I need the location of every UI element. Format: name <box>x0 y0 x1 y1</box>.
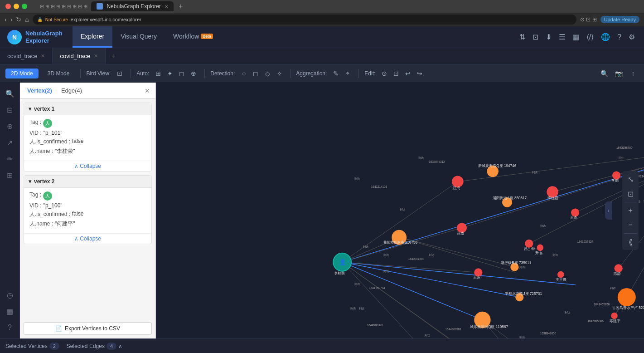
new-tab-button[interactable]: + <box>175 1 186 12</box>
bird-view-icons: ⊡ <box>114 68 125 79</box>
sidebar-icon-help[interactable]: ? <box>3 320 17 335</box>
sidebar-icon-share[interactable]: ↗ <box>3 135 17 150</box>
auto-icon-3[interactable]: ◻ <box>176 68 187 79</box>
person-node[interactable] <box>557 271 564 278</box>
screenshot-btn[interactable]: 📷 <box>613 68 624 79</box>
edge-label: 到访 <box>363 245 368 248</box>
globe-icon[interactable]: 🌐 <box>601 33 610 41</box>
graph-tab-1[interactable]: covid_trace ✕ <box>0 48 53 64</box>
reload-button[interactable]: ↻ <box>16 16 21 23</box>
vertex-2-header[interactable]: ▾ vertex 2 <box>24 176 151 188</box>
home-button[interactable]: ⌂ <box>25 16 29 23</box>
vertex-1-collapse-btn[interactable]: ∧ Collapse <box>24 161 151 171</box>
visit-label: 到访 <box>354 177 360 180</box>
browser-tab-close-btn[interactable]: ✕ <box>165 4 168 9</box>
nav-item-workflow[interactable]: Workflow Beta <box>165 26 221 48</box>
edge-line <box>342 262 519 297</box>
graph-canvas[interactable]: 到访 到访 到访 到访 到访 到访 新城夏无假Q座 194746 浦阳街道A座 … <box>156 83 644 338</box>
detection-label: Detection: <box>210 70 235 77</box>
person-label: 李红霞 <box>547 196 558 200</box>
expand-icon[interactable]: ⤡ <box>624 173 637 186</box>
visit-label: 到访 <box>383 253 389 256</box>
address-bar[interactable]: 🔒 Not Secure explorer.vesoft-inc.com/exp… <box>33 15 576 25</box>
code-icon[interactable]: ⟨/⟩ <box>586 33 594 41</box>
settings-icon[interactable]: ⚙ <box>629 33 635 41</box>
nav-item-visual-query[interactable]: Visual Query <box>112 26 165 48</box>
visit-label: 到访 <box>519 336 525 338</box>
share-icon[interactable]: ⇅ <box>519 33 525 41</box>
auto-icon-1[interactable]: ⊞ <box>153 68 164 79</box>
auto-icon-2[interactable]: ✦ <box>165 68 175 79</box>
sidebar-icon-graph[interactable]: ⊕ <box>3 119 17 133</box>
graph-tab-2-label: covid_trace <box>60 53 90 59</box>
detection-icon-2[interactable]: ◻ <box>250 68 261 79</box>
person-node[interactable] <box>537 245 544 251</box>
minimize-traffic-light[interactable] <box>14 4 19 9</box>
vertex-1-confirmed-value: false <box>72 138 83 146</box>
person-node[interactable] <box>611 313 618 319</box>
zoom-controls: ⤡ ⊡ + − ⟪ <box>622 171 639 250</box>
detection-icon-4[interactable]: ⟡ <box>274 68 285 79</box>
sidebar-icon-filter[interactable]: ⊟ <box>3 103 17 117</box>
detection-icon-1[interactable]: ○ <box>238 68 249 79</box>
selected-edges-status[interactable]: Selected Edges 4 ∧ <box>67 343 122 350</box>
share-canvas-btn[interactable]: ↑ <box>628 68 639 79</box>
edit-icon-3[interactable]: ↩ <box>402 68 413 79</box>
selected-vertices-status[interactable]: Selected Vertices 2 <box>5 343 59 350</box>
vertex-2-collapse-btn[interactable]: ∧ Collapse <box>24 233 151 244</box>
zoom-out-btn[interactable]: − <box>624 219 637 231</box>
sidebar-icon-pen[interactable]: ✏ <box>3 152 17 166</box>
edge-line <box>342 262 576 285</box>
forward-button[interactable]: › <box>10 16 13 23</box>
location-node-large[interactable] <box>618 288 636 306</box>
export-icon[interactable]: ⬇ <box>546 33 552 41</box>
vertex-2-chevron: ▾ <box>29 178 31 185</box>
edit-icon-1[interactable]: ⊙ <box>379 68 390 79</box>
nav-item-explorer[interactable]: Explorer <box>73 26 112 48</box>
panel-collapse-handle[interactable]: › <box>605 201 612 220</box>
question-icon[interactable]: ? <box>617 33 621 41</box>
sidebar-icon-grid[interactable]: ▦ <box>3 304 17 319</box>
browser-nav-bar: ‹ › ↻ ⌂ 🔒 Not Secure explorer.vesoft-inc… <box>0 13 644 26</box>
graph-tab-1-close[interactable]: ✕ <box>41 53 45 59</box>
close-traffic-light[interactable] <box>5 4 11 9</box>
person-node[interactable] <box>525 240 533 248</box>
collapse-all-btn[interactable]: ⟪ <box>624 235 637 248</box>
panel-close-btn[interactable]: ✕ <box>145 87 150 94</box>
detection-icon-3[interactable]: ◇ <box>262 68 273 79</box>
sidebar-icon-search[interactable]: 🔍 <box>3 86 17 101</box>
export-vertices-btn[interactable]: 📄 Export Vertices to CSV <box>24 322 152 335</box>
aggregation-icon-1[interactable]: ✎ <box>330 68 341 79</box>
edit-icon-4[interactable]: ↪ <box>414 68 425 79</box>
graph-tab-2[interactable]: covid_trace ✕ <box>53 48 105 64</box>
edit-icon-2[interactable]: ⊡ <box>391 68 402 79</box>
auto-icon-4[interactable]: ⊕ <box>188 68 199 79</box>
vertex-1-title: vertex 1 <box>34 106 54 112</box>
zoom-in-btn[interactable]: + <box>624 204 637 217</box>
download-icon[interactable]: ⊡ <box>533 33 538 41</box>
back-button[interactable]: ‹ <box>5 16 7 23</box>
person-node[interactable] <box>615 264 623 272</box>
fit-screen-btn[interactable]: ⊡ <box>624 187 637 200</box>
vertex-tab[interactable]: Vertex(2) <box>25 86 54 95</box>
visit-label: 到访 <box>418 156 424 159</box>
edge-line <box>342 262 421 338</box>
edge-tab[interactable]: Edge(4) <box>59 86 84 95</box>
fullscreen-traffic-light[interactable] <box>22 4 27 9</box>
table-icon[interactable]: ▦ <box>572 33 579 41</box>
search-canvas-btn[interactable]: 🔍 <box>599 68 610 79</box>
3d-mode-button[interactable]: 3D Mode <box>42 69 75 78</box>
bird-view-icon-1[interactable]: ⊡ <box>114 68 125 79</box>
2d-mode-button[interactable]: 2D Mode <box>5 69 39 78</box>
vertex-1-header[interactable]: ▾ vertex 1 <box>24 103 151 115</box>
graph-tab-2-close[interactable]: ✕ <box>94 53 98 59</box>
add-tab-button[interactable]: + <box>106 52 121 60</box>
location-label: 浙行级B座 735911 <box>501 261 531 265</box>
layout-icon[interactable]: ☰ <box>559 33 565 41</box>
sidebar-icon-timeline[interactable]: ◷ <box>3 288 17 302</box>
aggregation-icon-2[interactable]: ⌖ <box>342 68 353 79</box>
sidebar-icon-layers[interactable]: ⊞ <box>3 168 17 182</box>
person-label: 王主搬 <box>556 278 567 282</box>
browser-tab[interactable]: NebulaGraph Explorer ✕ <box>91 1 173 11</box>
vertex-1-vid-value: "p_101" <box>44 130 63 136</box>
